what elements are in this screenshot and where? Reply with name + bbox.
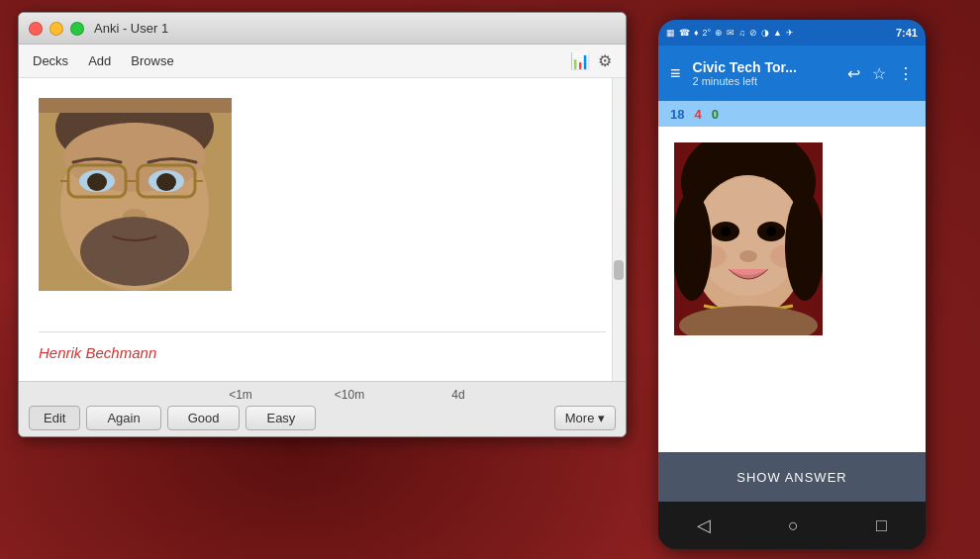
- menu-items: Decks Add Browse: [33, 53, 174, 68]
- more-options-icon[interactable]: ⋮: [898, 64, 914, 83]
- menu-add[interactable]: Add: [88, 53, 111, 68]
- maximize-button[interactable]: [70, 22, 84, 36]
- svg-rect-15: [39, 98, 232, 113]
- menu-icons: 📊 ⚙: [570, 51, 612, 70]
- close-button[interactable]: [29, 22, 43, 36]
- recent-nav-button[interactable]: □: [876, 515, 887, 536]
- time-easy: 4d: [434, 388, 483, 402]
- menu-browse[interactable]: Browse: [131, 53, 173, 68]
- back-icon[interactable]: ↩: [847, 64, 860, 83]
- anki-card-area: Henrik Bechmann: [19, 78, 626, 381]
- status-icon-5: ⊕: [715, 28, 723, 38]
- card-photo-android: [674, 142, 823, 335]
- appbar-title: Civic Tech Tor...: [693, 59, 847, 75]
- appbar-title-block: Civic Tech Tor... 2 minutes left: [693, 59, 847, 87]
- svg-point-24: [739, 250, 757, 262]
- easy-button[interactable]: Easy: [245, 406, 316, 430]
- svg-point-14: [80, 217, 189, 286]
- status-icon-7: ♫: [738, 28, 745, 38]
- show-answer-button[interactable]: SHOW ANSWER: [658, 452, 926, 502]
- minimize-button[interactable]: [49, 22, 63, 36]
- menu-decks[interactable]: Decks: [33, 53, 68, 68]
- android-statusbar: ▦ ☎ ♦ 2° ⊕ ✉ ♫ ⊘ ◑ ▲ ✈ 7:41: [658, 20, 926, 46]
- score-learn: 4: [694, 107, 701, 122]
- status-icon-11: ✈: [786, 28, 794, 38]
- anki-window: Anki - User 1 Decks Add Browse 📊 ⚙: [18, 12, 627, 437]
- anki-titlebar: Anki - User 1: [19, 13, 626, 45]
- android-scorebar: 18 4 0: [658, 101, 926, 127]
- home-nav-button[interactable]: ○: [788, 515, 799, 536]
- android-card: [658, 127, 926, 452]
- score-new: 18: [670, 107, 684, 122]
- scroll-track[interactable]: [612, 78, 626, 381]
- status-icon-4: 2°: [703, 28, 712, 38]
- star-icon[interactable]: ☆: [872, 64, 886, 83]
- answer-buttons: Edit Again Good Easy More ▾: [29, 406, 616, 430]
- android-phone: ▦ ☎ ♦ 2° ⊕ ✉ ♫ ⊘ ◑ ▲ ✈ 7:41 ≡ Civic Tech…: [658, 20, 926, 549]
- anki-buttonbar: <1m <10m 4d Edit Again Good Easy More ▾: [19, 381, 626, 436]
- svg-point-11: [87, 173, 107, 191]
- time-again: <1m: [216, 388, 265, 402]
- man-face-svg: [39, 98, 232, 291]
- time-good: <10m: [325, 388, 374, 402]
- appbar-actions: ↩ ☆ ⋮: [847, 64, 914, 83]
- card-person-name: Henrik Bechmann: [19, 344, 626, 361]
- card-content: [19, 78, 626, 320]
- svg-point-22: [721, 227, 731, 236]
- status-icon-2: ☎: [679, 28, 690, 38]
- status-icon-3: ♦: [694, 28, 699, 38]
- show-answer-label: SHOW ANSWER: [736, 470, 846, 485]
- edit-button[interactable]: Edit: [29, 406, 80, 430]
- status-icon-8: ⊘: [749, 28, 757, 38]
- time-labels: <1m <10m 4d: [29, 388, 616, 402]
- svg-point-23: [766, 227, 776, 236]
- back-nav-button[interactable]: ◁: [697, 514, 711, 536]
- status-right: 7:41: [896, 27, 918, 39]
- hamburger-menu-icon[interactable]: ≡: [670, 63, 681, 84]
- woman-face-svg: [674, 142, 823, 335]
- status-icon-10: ▲: [773, 28, 782, 38]
- sync-icon[interactable]: ⚙: [598, 51, 612, 70]
- status-icon-6: ✉: [727, 28, 735, 38]
- android-navbar: ◁ ○ □: [658, 502, 926, 549]
- scroll-thumb[interactable]: [614, 260, 624, 280]
- card-divider: [39, 331, 606, 332]
- appbar-subtitle: 2 minutes left: [693, 75, 847, 87]
- more-button[interactable]: More ▾: [554, 406, 616, 430]
- svg-point-12: [156, 173, 176, 191]
- window-controls: [29, 22, 84, 36]
- stats-icon[interactable]: 📊: [570, 51, 590, 70]
- score-review: 0: [712, 107, 719, 122]
- android-appbar: ≡ Civic Tech Tor... 2 minutes left ↩ ☆ ⋮: [658, 46, 926, 101]
- status-time: 7:41: [896, 27, 918, 39]
- again-button[interactable]: Again: [86, 406, 160, 430]
- status-left-icons: ▦ ☎ ♦ 2° ⊕ ✉ ♫ ⊘ ◑ ▲ ✈: [666, 28, 794, 38]
- window-title: Anki - User 1: [94, 21, 168, 36]
- status-icon-9: ◑: [761, 28, 769, 38]
- status-icon-1: ▦: [666, 28, 675, 38]
- anki-menubar: Decks Add Browse 📊 ⚙: [19, 45, 626, 78]
- good-button[interactable]: Good: [167, 406, 241, 430]
- card-photo-front: [39, 98, 232, 291]
